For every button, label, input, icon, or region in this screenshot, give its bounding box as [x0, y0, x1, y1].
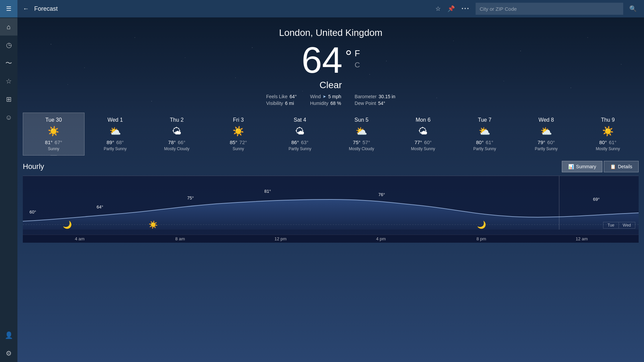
- forecast-condition: Mostly Cloudy: [349, 146, 374, 151]
- titlebar: ← Forecast ☆ 📌 ··· 🔍: [17, 0, 644, 17]
- forecast-temps: 86° 63°: [291, 139, 308, 145]
- back-button[interactable]: ←: [23, 5, 29, 12]
- hourly-title: Hourly: [23, 162, 44, 171]
- sidebar-item-news[interactable]: ☺: [0, 109, 17, 126]
- forecast-day-0[interactable]: Tue 30 ☀️ 81° 67° Sunny: [23, 113, 85, 156]
- forecast-day-3[interactable]: Fri 3 ☀️ 85° 72° Sunny: [208, 113, 269, 156]
- moon-icon-4am: 🌙: [63, 221, 72, 229]
- forecast-day-name: Wed 8: [539, 117, 554, 123]
- visibility-label: Visibility: [266, 101, 283, 106]
- forecast-day-8[interactable]: Wed 8 ⛅ 79° 60° Partly Sunny: [516, 113, 577, 156]
- forecast-low: 60°: [547, 139, 555, 145]
- forecast-high: 79°: [538, 139, 545, 145]
- chart-icon-empty1: [202, 221, 309, 229]
- forecast-weather-icon: ☀️: [232, 126, 244, 137]
- degree-symbol: °: [345, 42, 352, 66]
- sun-icon-8am: ☀️: [149, 221, 158, 229]
- forecast-temps: 75° 57°: [353, 139, 370, 145]
- forecast-day-4[interactable]: Sat 4 🌤 86° 63° Partly Sunny: [269, 113, 331, 156]
- forecast-low: 61°: [609, 139, 616, 145]
- forecast-high: 86°: [291, 139, 299, 145]
- time-12pm: 12 pm: [230, 235, 331, 243]
- details-table-icon: 📋: [610, 164, 616, 169]
- forecast-temps: 80° 61°: [599, 139, 616, 145]
- forecast-high: 80°: [599, 139, 607, 145]
- more-button[interactable]: ···: [460, 2, 472, 15]
- forecast-day-1[interactable]: Wed 1 ⛅ 89° 68° Partly Sunny: [85, 113, 146, 156]
- forecast-day-6[interactable]: Mon 6 🌤 77° 60° Mostly Sunny: [392, 113, 454, 156]
- wind-item: Wind ➤ 5 mph: [310, 94, 341, 99]
- titlebar-actions: ☆ 📌 ···: [433, 2, 472, 15]
- forecast-high: 81°: [45, 139, 53, 145]
- forecast-high: 78°: [168, 139, 176, 145]
- forecast-day-name: Wed 1: [107, 117, 123, 123]
- dew-point-item: Dew Point 54°: [355, 101, 395, 106]
- forecast-condition: Partly Sunny: [535, 146, 558, 151]
- home-icon: ⌂: [7, 23, 11, 31]
- weather-details: Feels Like 64° Visibility 6 mi Wind ➤ 5 …: [17, 94, 644, 106]
- hourly-header: Hourly 📊 Summary 📋 Details: [23, 161, 639, 172]
- forecast-day-2[interactable]: Thu 2 🌤 78° 66° Mostly Cloudy: [146, 113, 208, 156]
- forecast-day-name: Fri 3: [233, 117, 244, 123]
- city-name: London, United Kingdom: [17, 27, 644, 38]
- forecast-day-5[interactable]: Sun 5 ⛅ 75° 57° Mostly Cloudy: [331, 113, 392, 156]
- sidebar-item-settings[interactable]: ⚙: [0, 345, 17, 362]
- forecast-temps: 77° 60°: [415, 139, 432, 145]
- barometer-group: Barometer 30.15 in Dew Point 54°: [355, 94, 395, 106]
- sidebar-item-home[interactable]: ⌂: [0, 18, 17, 36]
- forecast-day-name: Sat 4: [293, 117, 306, 123]
- forecast-low: 61°: [486, 139, 493, 145]
- pin-button[interactable]: 📌: [445, 3, 457, 14]
- hamburger-button[interactable]: ☰: [0, 0, 17, 17]
- forecast-weather-icon: ☀️: [602, 126, 614, 137]
- forecast-condition: Mostly Sunny: [411, 146, 435, 151]
- fahrenheit-button[interactable]: F: [355, 48, 360, 59]
- celsius-button[interactable]: C: [355, 61, 360, 69]
- summary-chart-icon: 📊: [568, 164, 574, 169]
- forecast-high: 75°: [353, 139, 361, 145]
- moon-icon-8pm: 🌙: [477, 221, 486, 229]
- search-input[interactable]: [480, 6, 619, 12]
- time-4pm: 4 pm: [331, 235, 431, 243]
- visibility-item: Visibility 6 mi: [266, 101, 297, 106]
- forecast-day-name: Thu 9: [601, 117, 615, 123]
- history-icon: ◷: [6, 41, 12, 49]
- favorite-button[interactable]: ☆: [433, 3, 443, 14]
- humidity-label: Humidity: [310, 101, 328, 106]
- hourly-chart: 60° 64° 75° 81° 76° 69° 🌙 ☀️: [23, 176, 639, 243]
- summary-tab[interactable]: 📊 Summary: [562, 161, 602, 172]
- sidebar-item-chart[interactable]: 〜: [0, 54, 17, 72]
- chart-time-labels: 4 am 8 am 12 pm 4 pm 8 pm 12 am: [23, 235, 639, 243]
- forecast-day-name: Tue 30: [45, 117, 62, 123]
- forecast-temps: 89° 68°: [107, 139, 124, 145]
- forecast-strip: Tue 30 ☀️ 81° 67° Sunny Wed 1 ⛅ 89° 68° …: [23, 113, 639, 156]
- forecast-low: 66°: [178, 139, 185, 145]
- feels-like-group: Feels Like 64° Visibility 6 mi: [266, 94, 297, 106]
- sidebar: ☰ ⌂ ◷ 〜 ☆ ⊞ ☺ 👤 ⚙: [0, 0, 17, 362]
- forecast-day-7[interactable]: Tue 7 ⛅ 80° 61° Partly Sunny: [454, 113, 516, 156]
- barometer-value: 30.15 in: [379, 94, 395, 99]
- forecast-condition: Mostly Cloudy: [164, 146, 189, 151]
- forecast-low: 67°: [55, 139, 62, 145]
- hourly-tabs: 📊 Summary 📋 Details: [562, 161, 639, 172]
- search-button[interactable]: 🔍: [627, 3, 639, 14]
- sidebar-item-favorites[interactable]: ☆: [0, 72, 17, 90]
- forecast-weather-icon: ⛅: [356, 126, 367, 137]
- forecast-weather-icon: ☀️: [48, 126, 59, 137]
- details-tab[interactable]: 📋 Details: [604, 161, 639, 172]
- wind-group: Wind ➤ 5 mph Humidity 68 %: [310, 94, 341, 106]
- forecast-condition: Sunny: [48, 146, 59, 151]
- page-title: Forecast: [34, 5, 429, 12]
- chart-icon-8am: ☀️: [105, 221, 202, 229]
- hamburger-icon: ☰: [6, 5, 11, 12]
- tue-label: Tue: [603, 222, 619, 228]
- weather-inner: London, United Kingdom 64 ° F C Clear Fe…: [17, 17, 644, 362]
- sidebar-item-history[interactable]: ◷: [0, 36, 17, 54]
- forecast-temps: 80° 61°: [476, 139, 493, 145]
- sidebar-item-user[interactable]: 👤: [0, 326, 17, 344]
- details-label: Details: [618, 164, 632, 169]
- sidebar-item-grid[interactable]: ⊞: [0, 90, 17, 108]
- forecast-day-9[interactable]: Thu 9 ☀️ 80° 61° Mostly Sunny: [577, 113, 639, 156]
- forecast-condition: Mostly Sunny: [596, 146, 620, 151]
- forecast-weather-icon: ⛅: [540, 126, 552, 137]
